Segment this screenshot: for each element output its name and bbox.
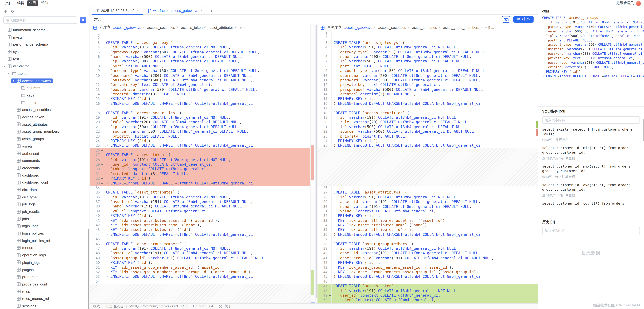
tab-table-access-gateways[interactable]: win-factor.access_gateways× <box>143 7 207 14</box>
tree-item-operation-logs[interactable]: operation_logs <box>0 252 90 259</box>
tree-item-login-logs[interactable]: login_logs <box>0 222 90 230</box>
close-icon[interactable]: × <box>408 26 409 29</box>
collapse-sort-button[interactable]: ⇅ <box>80 17 86 24</box>
sidebar-scrollbar[interactable] <box>88 229 89 309</box>
tree-item-login-policies-ref[interactable]: login_policies_ref <box>0 237 90 244</box>
close-icon[interactable]: × <box>235 26 237 29</box>
sql-command-item[interactable]: select customer_id, max(amount) from ord… <box>538 162 644 181</box>
menu-item-view[interactable]: 查看 <box>27 0 38 6</box>
database-list-icon[interactable] <box>4 10 7 13</box>
tree-item-job-logs[interactable]: job_logs <box>0 200 90 208</box>
menu-item-help[interactable]: 帮助 <box>39 0 50 6</box>
tree-item-information-schema[interactable]: information_schema <box>0 26 90 34</box>
sidebar-search-input[interactable] <box>3 16 77 24</box>
tree-item-asset-groups[interactable]: asset_groups <box>0 135 90 142</box>
target-tab-access_securities[interactable]: access_securities× <box>378 26 409 30</box>
sql-command-item[interactable]: select exists (select 1 from customers w… <box>538 125 644 144</box>
chevron-down-icon[interactable]: ▾ <box>2 64 6 68</box>
tree-item-dashboard-conf[interactable]: dashboard_conf <box>0 179 90 186</box>
sql-command-item[interactable]: select customer_id, count(*) from orders <box>538 199 644 208</box>
tree-item-test[interactable]: test <box>0 56 90 63</box>
tree-item-access-token[interactable]: access_token <box>0 114 90 121</box>
chevron-down-icon[interactable]: ▾ <box>7 72 11 76</box>
chevron-down-icon[interactable]: ▾ <box>12 79 15 83</box>
editor-scrollbar[interactable] <box>316 25 317 298</box>
source-tab-access_gateways[interactable]: access_gateways× <box>113 26 144 30</box>
code-line: 46CREATE TABLE `asset_group_members` ( <box>90 242 310 246</box>
close-icon[interactable]: × <box>204 26 206 29</box>
line-number: 2 <box>318 36 328 40</box>
tree-item-roles-menus-ref[interactable]: roles_menus_ref <box>0 295 90 302</box>
close-icon[interactable]: × <box>142 26 144 29</box>
tree-item-asset-group-members[interactable]: asset_group_members <box>0 128 90 135</box>
code-line: 44 KEY `idx_asset_group_members_asset_gr… <box>318 270 538 274</box>
source-editor[interactable]: 123CREATE TABLE `access_gateways` (4 `id… <box>90 31 310 303</box>
refresh-icon[interactable]: ⟳ <box>11 10 14 14</box>
avatar[interactable] <box>636 1 641 6</box>
tree-item-tables[interactable]: ▾tables <box>0 70 90 77</box>
tree-item-dict-data[interactable]: dict_data <box>0 186 90 194</box>
source-more-tabs[interactable]: + 4 ... <box>240 26 248 30</box>
tree-item-assets[interactable]: assets <box>0 142 90 150</box>
tree-item-dict-type[interactable]: dict_type <box>0 194 90 200</box>
tree-item-commands[interactable]: commands <box>0 157 90 164</box>
screenshot-button[interactable] <box>502 16 510 22</box>
target-tab-asset_attributes[interactable]: asset_attributes× <box>412 26 440 30</box>
tree-item-plugins[interactable]: plugins <box>0 266 90 273</box>
close-icon[interactable]: × <box>374 26 375 29</box>
compare-button[interactable]: ⇄ 对 比 <box>514 16 534 22</box>
tree-item-properties-conf[interactable]: properties_conf <box>0 280 90 288</box>
tree-item-indexs[interactable]: indexs <box>0 99 90 106</box>
diff-overview-ruler[interactable] <box>310 24 318 303</box>
target-tab-access_gateways[interactable]: access_gateways× <box>344 26 375 30</box>
right-panel: 信息 CREATE TABLE `access_gateways` ( `id`… <box>538 7 644 309</box>
target-more-tabs[interactable]: + 5 ... <box>485 26 494 30</box>
tree-item-access-securities[interactable]: access_securities <box>0 106 90 114</box>
target-tab-asset_group_members[interactable]: asset_group_members× <box>443 26 482 30</box>
right-panel-scrollbar[interactable] <box>643 119 644 141</box>
close-icon[interactable]: × <box>137 9 139 12</box>
tree-item-menus[interactable]: menus <box>0 244 90 252</box>
code-line: 19 `id` varchar(191) COLLATE utf8mb4_gen… <box>318 116 538 120</box>
about-label[interactable]: 关于 <box>224 304 231 308</box>
source-tab-access_securities[interactable]: access_securities× <box>147 26 178 30</box>
tree-item-access-gateways[interactable]: ▾access_gateways <box>0 77 90 84</box>
tree-item-sessions[interactable]: sessions <box>0 302 90 309</box>
tree-item-authorised[interactable]: authorised <box>0 150 90 157</box>
tree-item-columns[interactable]: columns <box>0 84 90 92</box>
tab-compare-session[interactable]: 2025-12-30 08:34:42× <box>92 7 143 14</box>
tree-item-win-factor[interactable]: ▾win-factor <box>0 63 90 70</box>
camera-icon <box>504 18 508 21</box>
source-tab-asset_attributes[interactable]: asset_attributes× <box>209 26 237 30</box>
source-tab-access_token[interactable]: access_token× <box>181 26 206 30</box>
tree-item-keys[interactable]: keys <box>0 92 90 99</box>
tree-item-credentials[interactable]: credentials <box>0 164 90 172</box>
diff-marker <box>100 64 104 68</box>
tree-item-performance-schema[interactable]: performance_schema <box>0 41 90 48</box>
close-icon[interactable]: × <box>200 9 202 12</box>
diff-marker <box>100 270 104 274</box>
tree-item-jobs[interactable]: jobs <box>0 215 90 222</box>
sql-command-item[interactable]: select customer_id, avg(amount) from ord… <box>538 181 644 199</box>
menu-item-edit[interactable]: 编辑 <box>15 0 26 6</box>
tree-item-plugin-logs[interactable]: plugin_logs <box>0 259 90 266</box>
menu-item-file[interactable]: 文件 <box>3 0 14 6</box>
history-search-input[interactable] <box>542 227 640 234</box>
close-icon[interactable]: × <box>438 26 440 29</box>
add-tab-button[interactable]: + <box>207 7 216 14</box>
tree-item-mysql[interactable]: mysql <box>0 34 90 41</box>
tree-item-job-results[interactable]: job_results <box>0 208 90 215</box>
sql-command-item[interactable]: select customer_id, min(amount) from ord… <box>538 144 644 162</box>
about-icon[interactable] <box>219 304 222 308</box>
tree-item-login-policies[interactable]: login_policies <box>0 230 90 237</box>
close-icon[interactable]: × <box>480 26 482 29</box>
close-icon[interactable]: × <box>176 26 178 29</box>
tree-item-dashboard[interactable]: dashboard <box>0 172 90 179</box>
tree-item-roles[interactable]: roles <box>0 288 90 295</box>
tree-item-properties[interactable]: properties <box>0 273 90 280</box>
tree-item-asset-attributes[interactable]: asset_attributes <box>0 121 90 128</box>
tree-item-sys[interactable]: sys <box>0 48 90 55</box>
line-number: 40 <box>318 251 328 256</box>
sql-search-input[interactable] <box>542 116 640 124</box>
target-editor[interactable]: 123CREATE TABLE `access_gateways` (4 `id… <box>318 31 538 303</box>
